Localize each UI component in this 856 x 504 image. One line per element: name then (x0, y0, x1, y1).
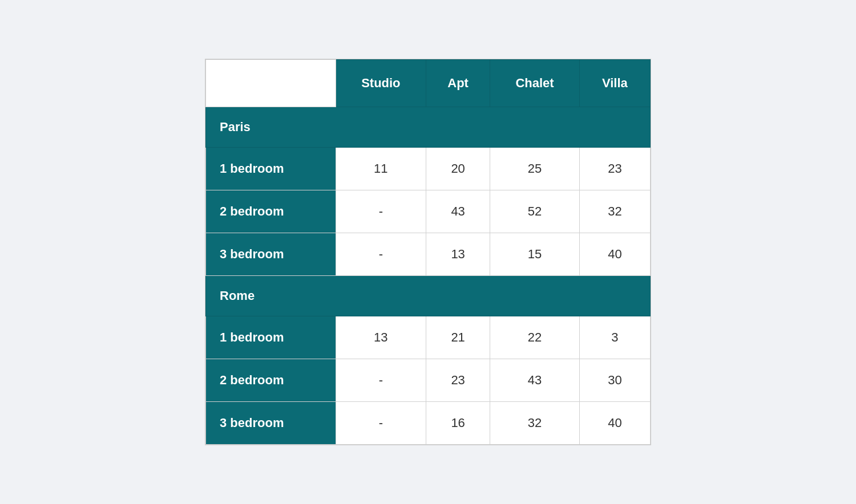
header-chalet: Chalet (490, 60, 580, 107)
cell-villa: 40 (579, 402, 650, 445)
header-empty (206, 60, 336, 107)
cell-studio: - (336, 359, 426, 402)
table-row: 2 bedroom-435232 (206, 190, 651, 233)
group-header-rome: Rome (206, 276, 651, 316)
cell-label: 2 bedroom (206, 359, 336, 402)
cell-villa: 40 (579, 233, 650, 276)
property-table: Studio Apt Chalet Villa Paris1 bedroom11… (205, 59, 651, 445)
cell-apt: 21 (426, 316, 490, 359)
cell-chalet: 43 (490, 359, 580, 402)
cell-apt: 20 (426, 148, 490, 190)
cell-chalet: 15 (490, 233, 580, 276)
cell-chalet: 52 (490, 190, 580, 233)
cell-label: 2 bedroom (206, 190, 336, 233)
cell-chalet: 25 (490, 148, 580, 190)
group-label-rome: Rome (206, 276, 651, 316)
header-row: Studio Apt Chalet Villa (206, 60, 651, 107)
cell-label: 1 bedroom (206, 148, 336, 190)
cell-apt: 16 (426, 402, 490, 445)
cell-studio: - (336, 402, 426, 445)
table-row: 3 bedroom-163240 (206, 402, 651, 445)
cell-villa: 23 (579, 148, 650, 190)
cell-chalet: 22 (490, 316, 580, 359)
cell-studio: 11 (336, 148, 426, 190)
table-row: 1 bedroom11202523 (206, 148, 651, 190)
table-body: Paris1 bedroom112025232 bedroom-4352323 … (206, 107, 651, 445)
cell-villa: 3 (579, 316, 650, 359)
cell-label: 3 bedroom (206, 402, 336, 445)
cell-studio: 13 (336, 316, 426, 359)
cell-apt: 43 (426, 190, 490, 233)
cell-label: 3 bedroom (206, 233, 336, 276)
cell-studio: - (336, 233, 426, 276)
main-table-wrapper: Studio Apt Chalet Villa Paris1 bedroom11… (205, 59, 651, 445)
header-villa: Villa (579, 60, 650, 107)
header-apt: Apt (426, 60, 490, 107)
cell-chalet: 32 (490, 402, 580, 445)
group-label-paris: Paris (206, 107, 651, 148)
table-row: 2 bedroom-234330 (206, 359, 651, 402)
cell-label: 1 bedroom (206, 316, 336, 359)
cell-studio: - (336, 190, 426, 233)
header-studio: Studio (336, 60, 426, 107)
table-row: 3 bedroom-131540 (206, 233, 651, 276)
cell-villa: 32 (579, 190, 650, 233)
cell-apt: 13 (426, 233, 490, 276)
cell-apt: 23 (426, 359, 490, 402)
group-header-paris: Paris (206, 107, 651, 148)
cell-villa: 30 (579, 359, 650, 402)
table-row: 1 bedroom1321223 (206, 316, 651, 359)
